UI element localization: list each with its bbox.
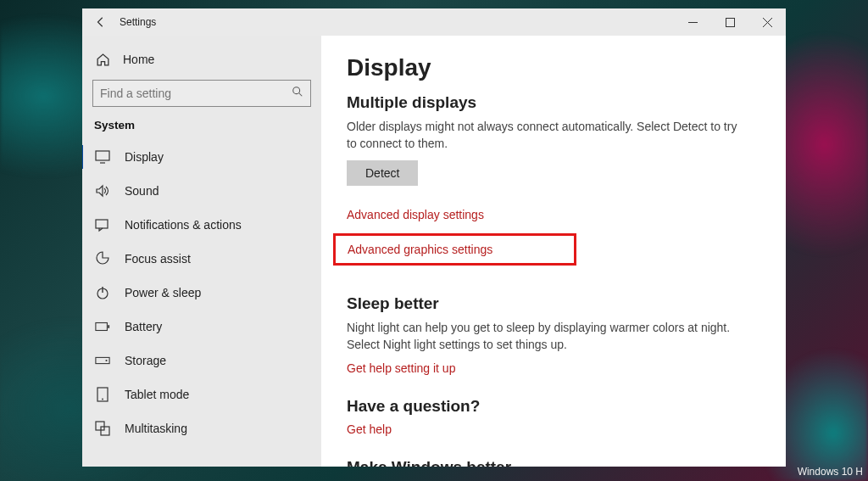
multitasking-icon	[94, 421, 111, 436]
section-make-windows-better: Make Windows better	[347, 458, 760, 467]
sound-icon	[94, 183, 111, 199]
sleep-better-desc: Night light can help you get to sleep by…	[347, 320, 760, 353]
svg-rect-3	[96, 220, 108, 228]
sidebar-item-label: Focus assist	[125, 252, 191, 266]
tablet-icon	[94, 387, 111, 402]
section-sleep-better: Sleep better	[347, 294, 760, 313]
home-icon	[94, 53, 111, 67]
svg-rect-6	[108, 325, 109, 328]
search-input[interactable]	[100, 87, 292, 100]
svg-rect-7	[96, 357, 109, 363]
search-input-wrap[interactable]	[92, 80, 311, 107]
sidebar-item-multitasking[interactable]: Multitasking	[82, 411, 321, 445]
sidebar-item-notifications[interactable]: Notifications & actions	[82, 208, 321, 242]
search-icon	[292, 86, 303, 101]
sidebar-item-battery[interactable]: Battery	[82, 310, 321, 344]
titlebar: Settings	[82, 8, 786, 36]
notifications-icon	[94, 217, 111, 232]
content-pane: Display Multiple displays Older displays…	[321, 36, 786, 467]
sidebar-item-label: Power & sleep	[125, 286, 201, 299]
detect-button[interactable]: Detect	[347, 160, 418, 186]
link-advanced-display-settings[interactable]: Advanced display settings	[347, 208, 760, 221]
sidebar-item-storage[interactable]: Storage	[82, 344, 321, 378]
monitor-icon	[94, 149, 111, 165]
sidebar-item-display[interactable]: Display	[82, 140, 321, 174]
svg-rect-12	[101, 427, 109, 435]
sidebar-item-focus-assist[interactable]: Focus assist	[82, 242, 321, 276]
multiple-displays-desc: Older displays might not always connect …	[347, 119, 745, 152]
sidebar-item-power-sleep[interactable]: Power & sleep	[82, 276, 321, 310]
sidebar-category: System	[82, 114, 321, 140]
sidebar-item-label: Display	[125, 150, 164, 164]
settings-window: Settings Home System	[82, 8, 786, 467]
sidebar-item-sound[interactable]: Sound	[82, 174, 321, 208]
sidebar: Home System Display Sound Notifications …	[82, 36, 321, 467]
section-multiple-displays: Multiple displays	[347, 93, 760, 112]
home-label: Home	[123, 53, 154, 66]
link-get-help[interactable]: Get help	[347, 422, 760, 436]
page-title: Display	[347, 54, 760, 81]
svg-point-1	[293, 87, 300, 94]
link-advanced-graphics-settings[interactable]: Advanced graphics settings	[348, 243, 492, 256]
focus-assist-icon	[94, 251, 111, 266]
section-have-a-question: Have a question?	[347, 397, 760, 416]
sidebar-item-tablet-mode[interactable]: Tablet mode	[82, 378, 321, 411]
watermark: Windows 10 H	[798, 466, 863, 478]
battery-icon	[94, 319, 111, 334]
back-button[interactable]	[82, 8, 120, 36]
svg-point-8	[105, 360, 107, 361]
sidebar-item-label: Sound	[125, 184, 159, 198]
sidebar-item-label: Tablet mode	[125, 388, 189, 401]
link-get-help-setting-up[interactable]: Get help setting it up	[347, 361, 760, 375]
home-nav[interactable]: Home	[82, 42, 321, 76]
maximize-button[interactable]	[711, 8, 748, 36]
svg-rect-11	[96, 422, 104, 430]
minimize-button[interactable]	[674, 8, 711, 36]
svg-point-10	[102, 399, 103, 400]
sidebar-item-label: Battery	[125, 320, 162, 333]
svg-rect-2	[96, 151, 109, 160]
storage-icon	[94, 353, 111, 368]
highlight-box: Advanced graphics settings	[333, 233, 576, 266]
close-button[interactable]	[748, 8, 786, 36]
sidebar-item-label: Storage	[125, 354, 166, 367]
sidebar-item-label: Multitasking	[125, 422, 187, 435]
svg-rect-0	[726, 18, 734, 26]
svg-rect-5	[96, 323, 108, 331]
window-title: Settings	[120, 16, 156, 28]
power-icon	[94, 285, 111, 300]
sidebar-item-label: Notifications & actions	[125, 218, 242, 232]
